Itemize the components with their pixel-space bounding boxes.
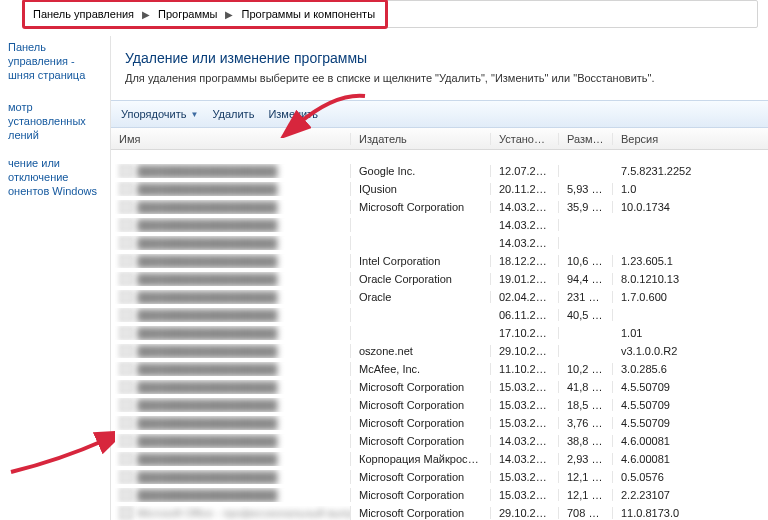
table-row[interactable]: ██████████████████Microsoft Corporation1… — [111, 396, 768, 414]
cell-size: 18,5 МБ — [559, 399, 613, 411]
cell-publisher: Microsoft Corporation — [351, 471, 491, 483]
cell-installed: 29.10.2012 — [491, 345, 559, 357]
table-row[interactable]: ██████████████████Google Inc.12.07.20177… — [111, 162, 768, 180]
table-row[interactable]: Microsoft Office - профессиональный выпу… — [111, 504, 768, 520]
cell-size: 231 МБ — [559, 291, 613, 303]
change-button[interactable]: Изменить — [268, 108, 318, 120]
table-row[interactable]: ██████████████████Microsoft Corporation1… — [111, 486, 768, 504]
col-publisher[interactable]: Издатель — [351, 133, 491, 145]
cell-installed: 19.01.2017 — [491, 273, 559, 285]
col-name[interactable]: Имя — [111, 133, 351, 145]
program-icon — [119, 452, 133, 466]
program-icon — [119, 182, 133, 196]
cell-size: 35,9 МБ — [559, 201, 613, 213]
table-row[interactable]: ██████████████████Intel Corporation18.12… — [111, 252, 768, 270]
table-row[interactable]: ██████████████████Microsoft Corporation1… — [111, 378, 768, 396]
programs-list[interactable]: ██████████████████Google Inc.12.07.20177… — [111, 162, 768, 520]
cell-version: 2.2.23107 — [613, 489, 723, 501]
cell-publisher: Intel Corporation — [351, 255, 491, 267]
table-row[interactable]: ██████████████████Microsoft Corporation1… — [111, 432, 768, 450]
cell-installed: 11.10.2013 — [491, 363, 559, 375]
cell-publisher: Microsoft Corporation — [351, 435, 491, 447]
cell-publisher: Oracle — [351, 291, 491, 303]
table-row[interactable]: ██████████████████Microsoft Corporation1… — [111, 198, 768, 216]
cell-version: 1.0 — [613, 183, 723, 195]
program-name: ██████████████████ — [137, 165, 277, 177]
page-title: Удаление или изменение программы — [111, 36, 768, 72]
breadcrumb[interactable]: Панель управления ▶ Программы ▶ Программ… — [24, 0, 758, 28]
crumb-programs[interactable]: Программы — [156, 6, 219, 22]
cell-version: 4.6.00081 — [613, 435, 723, 447]
cell-size: 10,6 МБ — [559, 255, 613, 267]
program-icon — [119, 272, 133, 286]
program-name: ██████████████████ — [137, 291, 277, 303]
sidebar-item-home[interactable]: Панель управления - шняя страница — [0, 36, 110, 86]
col-size[interactable]: Размер — [559, 133, 613, 145]
page-subtitle: Для удаления программы выберите ее в спи… — [111, 72, 768, 100]
cell-size: 41,8 МБ — [559, 381, 613, 393]
cell-version: 4.6.00081 — [613, 453, 723, 465]
cell-size: 3,76 МБ — [559, 417, 613, 429]
cell-publisher: Microsoft Corporation — [351, 381, 491, 393]
cell-size: 2,93 МБ — [559, 453, 613, 465]
organize-label: Упорядочить — [121, 108, 186, 120]
table-row[interactable]: ██████████████████Oracle Corporation19.0… — [111, 270, 768, 288]
program-icon — [119, 434, 133, 448]
program-name: ██████████████████ — [137, 345, 277, 357]
chevron-down-icon: ▼ — [190, 110, 198, 119]
table-row[interactable]: ██████████████████Microsoft Corporation1… — [111, 468, 768, 486]
chevron-right-icon: ▶ — [225, 9, 233, 20]
table-row[interactable]: ██████████████████oszone.net29.10.2012v3… — [111, 342, 768, 360]
cell-installed: 14.03.2016 — [491, 219, 559, 231]
sidebar-item-windows-features[interactable]: чение или отключение онентов Windows — [0, 152, 110, 202]
uninstall-button[interactable]: Удалить — [212, 108, 254, 120]
program-name: ██████████████████ — [137, 201, 277, 213]
table-row[interactable]: ██████████████████14.03.2016 — [111, 234, 768, 252]
cell-installed: 15.03.2016 — [491, 471, 559, 483]
cell-size: 40,5 МБ — [559, 309, 613, 321]
cell-version: 4.5.50709 — [613, 417, 723, 429]
table-row[interactable]: ██████████████████IQusion20.11.20195,93 … — [111, 180, 768, 198]
cell-installed: 15.03.2016 — [491, 399, 559, 411]
sidebar-item-updates[interactable]: мотр установленных лений — [0, 96, 110, 146]
cell-version: 8.0.1210.13 — [613, 273, 723, 285]
cell-installed: 14.03.2016 — [491, 453, 559, 465]
chevron-right-icon: ▶ — [142, 9, 150, 20]
crumb-programs-features[interactable]: Программы и компоненты — [239, 6, 377, 22]
main-content: Удаление или изменение программы Для уда… — [110, 36, 768, 520]
cell-publisher: IQusion — [351, 183, 491, 195]
cell-version: 7.5.8231.2252 — [613, 165, 723, 177]
table-row[interactable]: ██████████████████Oracle02.04.2018231 МБ… — [111, 288, 768, 306]
program-name: ██████████████████ — [137, 363, 277, 375]
cell-size: 12,1 МБ — [559, 471, 613, 483]
table-row[interactable]: ██████████████████06.11.201840,5 МБ — [111, 306, 768, 324]
program-name: ██████████████████ — [137, 273, 277, 285]
cell-version: 10.0.1734 — [613, 201, 723, 213]
program-name: ██████████████████ — [137, 183, 277, 195]
program-icon — [119, 488, 133, 502]
cell-installed: 15.03.2016 — [491, 417, 559, 429]
cell-publisher: Microsoft Corporation — [351, 417, 491, 429]
cell-version: 1.01 — [613, 327, 723, 339]
cell-installed: 06.11.2018 — [491, 309, 559, 321]
program-icon — [119, 344, 133, 358]
crumb-control-panel[interactable]: Панель управления — [31, 6, 136, 22]
program-icon — [119, 254, 133, 268]
table-row[interactable]: ██████████████████Корпорация Майкрософт1… — [111, 450, 768, 468]
program-icon — [119, 218, 133, 232]
program-name: ██████████████████ — [137, 471, 277, 483]
cell-installed: 14.03.2016 — [491, 237, 559, 249]
column-headers[interactable]: Имя Издатель Установле... Размер Версия — [111, 128, 768, 150]
table-row[interactable]: ██████████████████McAfee, Inc.11.10.2013… — [111, 360, 768, 378]
cell-publisher: McAfee, Inc. — [351, 363, 491, 375]
program-name: ██████████████████ — [137, 219, 277, 231]
program-name: ██████████████████ — [137, 309, 277, 321]
program-icon — [119, 164, 133, 178]
table-row[interactable]: ██████████████████Microsoft Corporation1… — [111, 414, 768, 432]
col-installed[interactable]: Установле... — [491, 133, 559, 145]
table-row[interactable]: ██████████████████17.10.20131.01 — [111, 324, 768, 342]
organize-button[interactable]: Упорядочить ▼ — [121, 108, 198, 120]
table-row[interactable]: ██████████████████14.03.2016 — [111, 216, 768, 234]
program-icon — [119, 236, 133, 250]
col-version[interactable]: Версия — [613, 133, 723, 145]
